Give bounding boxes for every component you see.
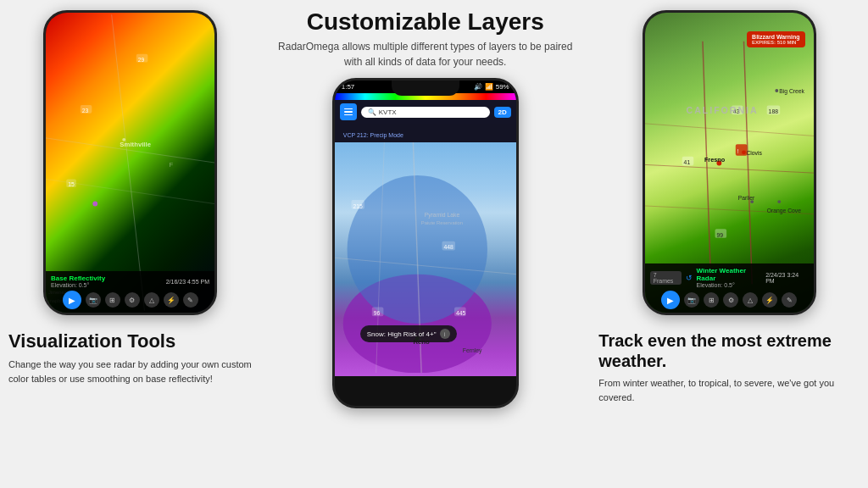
edit-icon[interactable]: ✎ [183,292,198,308]
left-text-section: Visualization Tools Change the way you s… [8,324,252,385]
right-phone-screen: Fresno Clovis Big Creek Parlier Orange C… [645,13,814,313]
2d-toggle[interactable]: 2D [494,107,511,118]
svg-line-35 [645,164,814,173]
snow-tooltip: Snow: High Risk of 4+" i [360,325,457,342]
left-bottom-label: Base Reflectivity Elevation: 0.5° [51,274,105,288]
right-edit-icon[interactable]: ✎ [782,292,797,308]
right-phone-bottom-bar: 7 Frames ↺ Winter Weather Radar Elevatio… [645,263,814,313]
svg-text:188: 188 [768,108,778,114]
svg-text:96: 96 [373,310,380,316]
right-zoom-icon[interactable]: ⊞ [704,292,719,308]
right-lightning-icon[interactable]: ⚡ [762,292,777,308]
vcp-label: VCP 212: Precip Mode [343,132,403,138]
info-icon: i [440,329,450,339]
right-bottom-left: 7 Frames ↺ Winter Weather Radar Elevatio… [650,267,766,288]
status-icons: 🔊 📶 59% [474,83,509,91]
snow-tooltip-text: Snow: High Risk of 4+" [367,330,437,338]
battery-label: 59% [496,83,509,91]
svg-text:!: ! [737,148,738,154]
menu-button[interactable] [340,103,357,120]
center-toolbar: 🔍 KVTX 2D [335,100,516,124]
volume-icon: 🔊 [474,83,482,91]
left-phone-screen: Smithville 29 23 15 mapbox Jimenez F [46,13,214,313]
settings-icon[interactable]: ⚙ [125,292,140,308]
lightning-icon[interactable]: ⚡ [164,292,179,308]
center-map: 215 96 448 445 Pyramid Lake Paiute Reser… [335,142,516,376]
svg-text:Fernley: Fernley [463,347,482,354]
svg-text:Big Creek: Big Creek [779,88,804,95]
vcp-bar: VCP 212: Precip Mode [335,124,516,142]
alert-title: Blizzard Warning [752,34,800,40]
svg-text:448: 448 [443,244,453,250]
svg-line-34 [743,42,752,284]
left-section-desc: Change the way you see radar by adding y… [8,358,252,385]
search-text: KVTX [379,108,397,116]
search-bar[interactable]: 🔍 KVTX [361,107,490,118]
right-bottom-row1: 7 Frames ↺ Winter Weather Radar Elevatio… [650,267,809,288]
refresh-icon: ↺ [686,274,693,282]
left-phone: Smithville 29 23 15 mapbox Jimenez F [43,10,217,315]
center-phone-notch [392,80,459,96]
center-phone: 1:57 🔊 📶 59% 🔍 [332,78,519,408]
right-panel: Fresno Clovis Big Creek Parlier Orange C… [590,0,868,488]
left-bottom-icons: ▶ 📷 ⊞ ⚙ △ ⚡ ✎ [51,291,209,309]
svg-text:99: 99 [716,232,723,238]
left-bottom-row1: Base Reflectivity Elevation: 0.5° 2/16/2… [51,274,209,288]
menu-line-3 [344,114,353,116]
left-radar-map [46,13,214,313]
play-button[interactable]: ▶ [63,291,81,309]
svg-text:Orange Cove: Orange Cove [766,208,801,214]
svg-text:Paiute Reservation: Paiute Reservation [421,220,463,225]
center-phone-screen: 1:57 🔊 📶 59% 🔍 [335,80,516,406]
triangle-icon[interactable]: △ [144,292,159,308]
right-phone: Fresno Clovis Big Creek Parlier Orange C… [643,10,816,315]
menu-lines-icon [344,108,353,116]
right-play-button[interactable]: ▶ [661,291,680,309]
svg-line-37 [645,124,814,136]
svg-text:Fresno: Fresno [704,156,726,164]
layers-icon[interactable]: ⊞ [105,292,120,308]
svg-text:Pyramid Lake: Pyramid Lake [424,212,459,219]
svg-text:445: 445 [456,310,466,316]
svg-point-46 [777,200,781,203]
svg-text:41: 41 [683,159,690,165]
center-desc: RadarOmega allows multiple different typ… [269,39,581,69]
alert-sub: EXPIRES: 510 MIN [752,40,800,45]
right-bottom-label: Winter Weather Radar [697,267,766,282]
svg-point-42 [775,89,778,92]
right-bottom-date: 2/24/23 3:24 PM [765,272,808,284]
svg-text:CALIFORNIA: CALIFORNIA [686,105,758,115]
right-bottom-sublabel: Elevation: 0.5° [697,282,766,288]
left-section-title: Visualization Tools [8,330,252,352]
right-settings-icon[interactable]: ⚙ [723,292,738,308]
svg-text:215: 215 [353,203,363,209]
search-icon: 🔍 [368,108,376,116]
camera-icon[interactable]: 📷 [86,292,101,308]
right-section-title: Track even the most extreme weather. [598,330,860,371]
right-text-section: Track even the most extreme weather. Fro… [598,324,860,404]
right-section-desc: From winter weather, to tropical, to sev… [598,376,860,404]
wifi-icon: 📶 [485,83,493,91]
frames-badge: 7 Frames [650,271,682,285]
svg-text:Clovis: Clovis [746,150,762,156]
blizzard-alert-badge: Blizzard Warning EXPIRES: 510 MIN [747,31,805,47]
status-time: 1:57 [342,83,355,91]
right-bottom-icons: ▶ 📷 ⊞ ⚙ △ ⚡ ✎ [650,291,809,309]
center-panel: Customizable Layers RadarOmega allows mu… [260,0,590,488]
menu-line-1 [344,108,353,110]
right-triangle-icon[interactable]: △ [743,292,758,308]
menu-line-2 [344,111,353,113]
svg-text:Parlier: Parlier [737,195,754,201]
left-phone-bottom-bar: Base Reflectivity Elevation: 0.5° 2/16/2… [46,271,214,313]
right-camera-icon[interactable]: 📷 [684,292,699,308]
center-title: Customizable Layers [307,8,544,36]
left-panel: Smithville 29 23 15 mapbox Jimenez F [0,0,260,488]
